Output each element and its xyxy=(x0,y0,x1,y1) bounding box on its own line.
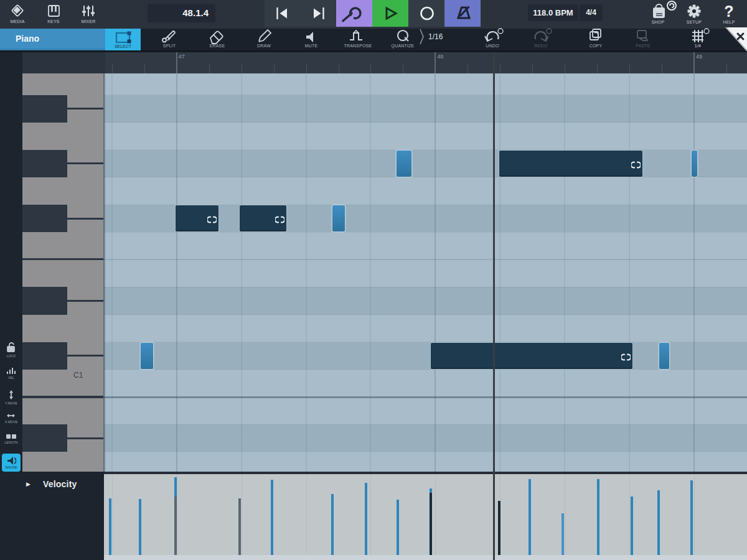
svg-text:?: ? xyxy=(724,2,733,20)
svg-text:1/16: 1/16 xyxy=(428,32,443,41)
